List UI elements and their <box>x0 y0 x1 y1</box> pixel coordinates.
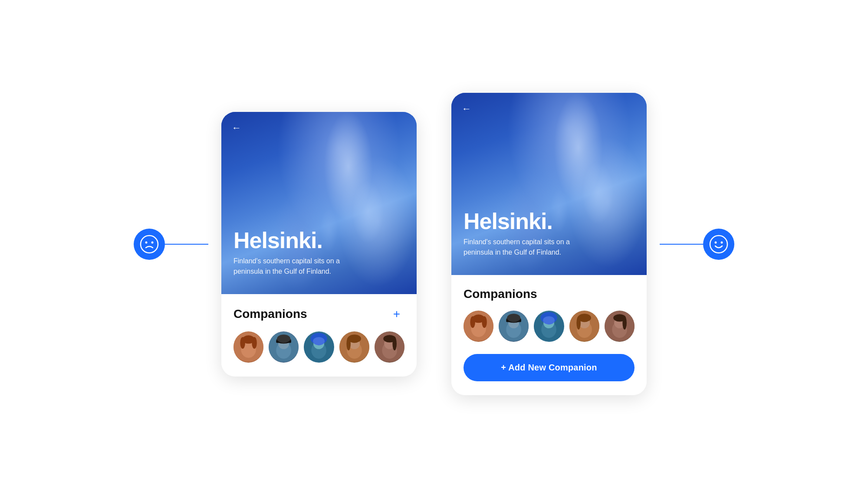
right-back-button[interactable]: ← <box>462 103 471 115</box>
svg-point-59 <box>721 241 723 243</box>
left-avatar-3[interactable] <box>304 331 334 363</box>
svg-point-0 <box>141 236 158 253</box>
left-card-body: Companions + <box>221 294 417 377</box>
right-avatar-1[interactable] <box>464 311 493 342</box>
left-back-button[interactable]: ← <box>232 122 241 134</box>
svg-point-46 <box>543 316 555 324</box>
right-annotation-line <box>660 244 703 245</box>
svg-point-29 <box>392 337 397 350</box>
right-card-body: Companions <box>451 275 647 395</box>
svg-point-8 <box>252 337 257 348</box>
svg-point-41 <box>507 314 520 322</box>
right-city-description: Finland's southern capital sits on a pen… <box>464 237 585 258</box>
right-avatar-2[interactable] <box>499 311 529 342</box>
svg-point-24 <box>346 337 351 350</box>
left-companions-header: Companions + <box>233 306 404 322</box>
right-companions-header: Companions <box>464 287 635 301</box>
svg-point-2 <box>151 241 154 243</box>
left-avatars-row <box>233 331 404 363</box>
svg-point-35 <box>482 316 487 328</box>
left-avatar-5[interactable] <box>375 331 404 363</box>
right-scene: ← Helsinki. Finland's southern capital s… <box>451 93 734 395</box>
left-avatar-1[interactable] <box>233 331 263 363</box>
left-hero-section: ← Helsinki. Finland's southern capital s… <box>221 112 417 294</box>
left-companions-title: Companions <box>233 307 307 321</box>
right-hero-text: Helsinki. Finland's southern capital sit… <box>464 210 585 258</box>
happy-face-icon <box>703 229 734 260</box>
left-city-description: Finland's southern capital sits on a pen… <box>233 256 355 277</box>
left-phone-card: ← Helsinki. Finland's southern capital s… <box>221 112 417 377</box>
right-avatar-5[interactable] <box>605 311 635 342</box>
left-city-title: Helsinki. <box>233 229 355 252</box>
right-avatar-3[interactable] <box>534 311 564 342</box>
right-phone-card: ← Helsinki. Finland's southern capital s… <box>451 93 647 395</box>
svg-point-56 <box>622 316 627 330</box>
add-new-companion-button[interactable]: + Add New Companion <box>464 354 635 381</box>
sad-face-icon <box>134 229 165 260</box>
right-companions-title: Companions <box>464 287 537 301</box>
right-hero-section: ← Helsinki. Finland's southern capital s… <box>451 93 647 275</box>
svg-point-14 <box>277 334 290 343</box>
left-scene: ← Helsinki. Finland's southern capital s… <box>134 112 417 377</box>
svg-point-58 <box>715 241 717 243</box>
right-avatars-row <box>464 311 635 342</box>
left-avatar-2[interactable] <box>269 331 299 363</box>
left-avatar-4[interactable] <box>339 331 369 363</box>
left-annotation <box>134 229 208 260</box>
svg-point-1 <box>145 241 148 243</box>
right-annotation <box>660 229 734 260</box>
svg-point-19 <box>313 337 325 345</box>
left-hero-text: Helsinki. Finland's southern capital sit… <box>233 229 355 277</box>
right-city-title: Helsinki. <box>464 210 585 233</box>
svg-point-34 <box>470 316 475 328</box>
svg-point-51 <box>576 316 581 330</box>
svg-point-7 <box>240 337 245 348</box>
right-avatar-4[interactable] <box>569 311 599 342</box>
left-add-icon-button[interactable]: + <box>389 306 404 322</box>
left-annotation-line <box>165 244 208 245</box>
svg-point-57 <box>710 236 727 253</box>
